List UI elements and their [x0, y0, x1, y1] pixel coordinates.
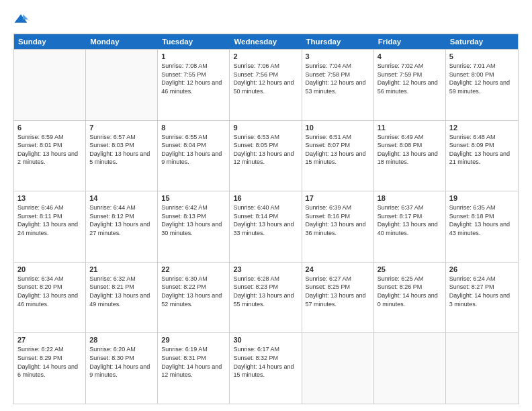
cell-text: Sunrise: 6:59 AM Sunset: 8:01 PM Dayligh…	[17, 133, 82, 167]
day-number: 13	[17, 194, 82, 202]
day-number: 2	[233, 52, 298, 60]
calendar-row: 1Sunrise: 7:08 AM Sunset: 7:55 PM Daylig…	[14, 49, 518, 120]
calendar-cell: 9Sunrise: 6:53 AM Sunset: 8:05 PM Daylig…	[230, 121, 302, 191]
logo	[13, 12, 31, 27]
cell-text: Sunrise: 7:02 AM Sunset: 7:59 PM Dayligh…	[378, 62, 442, 95]
cell-text: Sunrise: 6:20 AM Sunset: 8:30 PM Dayligh…	[89, 345, 154, 379]
weekday-header: Thursday	[302, 34, 374, 49]
calendar-row: 13Sunrise: 6:46 AM Sunset: 8:11 PM Dayli…	[14, 191, 518, 262]
cell-text: Sunrise: 6:49 AM Sunset: 8:08 PM Dayligh…	[378, 133, 442, 167]
cell-text: Sunrise: 6:37 AM Sunset: 8:17 PM Dayligh…	[378, 203, 442, 237]
cell-text: Sunrise: 6:28 AM Sunset: 8:23 PM Dayligh…	[233, 275, 298, 308]
cell-text: Sunrise: 6:35 AM Sunset: 8:18 PM Dayligh…	[449, 203, 515, 237]
calendar-cell	[302, 333, 374, 404]
calendar-cell: 16Sunrise: 6:40 AM Sunset: 8:14 PM Dayli…	[230, 191, 302, 262]
day-number: 9	[233, 124, 298, 132]
cell-text: Sunrise: 7:08 AM Sunset: 7:55 PM Dayligh…	[161, 62, 226, 95]
cell-text: Sunrise: 7:06 AM Sunset: 7:56 PM Dayligh…	[233, 62, 298, 95]
day-number: 24	[306, 265, 370, 273]
calendar: SundayMondayTuesdayWednesdayThursdayFrid…	[13, 34, 519, 404]
logo-icon	[13, 12, 28, 27]
calendar-body: 1Sunrise: 7:08 AM Sunset: 7:55 PM Daylig…	[14, 49, 518, 404]
day-number: 15	[161, 194, 226, 202]
day-number: 16	[233, 194, 298, 202]
day-number: 22	[161, 265, 226, 273]
day-number: 29	[161, 336, 226, 344]
calendar-cell: 20Sunrise: 6:34 AM Sunset: 8:20 PM Dayli…	[14, 263, 86, 333]
calendar-cell	[14, 50, 86, 120]
cell-text: Sunrise: 6:48 AM Sunset: 8:09 PM Dayligh…	[449, 133, 515, 167]
calendar-cell: 26Sunrise: 6:24 AM Sunset: 8:27 PM Dayli…	[446, 263, 518, 333]
day-number: 7	[89, 124, 154, 132]
calendar-cell: 22Sunrise: 6:30 AM Sunset: 8:22 PM Dayli…	[158, 263, 230, 333]
calendar-header: SundayMondayTuesdayWednesdayThursdayFrid…	[14, 34, 518, 49]
calendar-cell: 19Sunrise: 6:35 AM Sunset: 8:18 PM Dayli…	[446, 191, 518, 262]
calendar-cell: 18Sunrise: 6:37 AM Sunset: 8:17 PM Dayli…	[374, 191, 446, 262]
day-number: 18	[378, 194, 442, 202]
day-number: 30	[233, 336, 298, 344]
calendar-cell: 29Sunrise: 6:19 AM Sunset: 8:31 PM Dayli…	[158, 333, 230, 404]
calendar-cell: 2Sunrise: 7:06 AM Sunset: 7:56 PM Daylig…	[230, 50, 302, 120]
day-number: 1	[161, 52, 226, 60]
day-number: 12	[449, 124, 515, 132]
weekday-header: Saturday	[446, 34, 518, 49]
weekday-header: Sunday	[14, 34, 86, 49]
calendar-cell: 15Sunrise: 6:42 AM Sunset: 8:13 PM Dayli…	[158, 191, 230, 262]
weekday-header: Monday	[86, 34, 158, 49]
calendar-cell: 1Sunrise: 7:08 AM Sunset: 7:55 PM Daylig…	[158, 50, 230, 120]
calendar-cell: 13Sunrise: 6:46 AM Sunset: 8:11 PM Dayli…	[14, 191, 86, 262]
calendar-cell: 4Sunrise: 7:02 AM Sunset: 7:59 PM Daylig…	[374, 50, 446, 120]
calendar-cell: 3Sunrise: 7:04 AM Sunset: 7:58 PM Daylig…	[302, 50, 374, 120]
cell-text: Sunrise: 6:19 AM Sunset: 8:31 PM Dayligh…	[161, 345, 226, 379]
calendar-cell: 30Sunrise: 6:17 AM Sunset: 8:32 PM Dayli…	[230, 333, 302, 404]
cell-text: Sunrise: 6:42 AM Sunset: 8:13 PM Dayligh…	[161, 203, 226, 237]
cell-text: Sunrise: 6:30 AM Sunset: 8:22 PM Dayligh…	[161, 275, 226, 308]
day-number: 3	[306, 52, 370, 60]
cell-text: Sunrise: 6:51 AM Sunset: 8:07 PM Dayligh…	[306, 133, 370, 167]
weekday-header: Tuesday	[158, 34, 230, 49]
day-number: 27	[17, 336, 82, 344]
weekday-header: Wednesday	[230, 34, 302, 49]
header	[13, 12, 519, 27]
cell-text: Sunrise: 6:44 AM Sunset: 8:12 PM Dayligh…	[89, 203, 154, 237]
day-number: 26	[449, 265, 515, 273]
cell-text: Sunrise: 6:22 AM Sunset: 8:29 PM Dayligh…	[17, 345, 82, 379]
weekday-header: Friday	[374, 34, 446, 49]
cell-text: Sunrise: 6:39 AM Sunset: 8:16 PM Dayligh…	[306, 203, 370, 237]
calendar-cell: 8Sunrise: 6:55 AM Sunset: 8:04 PM Daylig…	[158, 121, 230, 191]
calendar-row: 6Sunrise: 6:59 AM Sunset: 8:01 PM Daylig…	[14, 120, 518, 191]
calendar-cell: 27Sunrise: 6:22 AM Sunset: 8:29 PM Dayli…	[14, 333, 86, 404]
cell-text: Sunrise: 6:55 AM Sunset: 8:04 PM Dayligh…	[161, 133, 226, 167]
cell-text: Sunrise: 6:40 AM Sunset: 8:14 PM Dayligh…	[233, 203, 298, 237]
day-number: 6	[17, 124, 82, 132]
cell-text: Sunrise: 6:32 AM Sunset: 8:21 PM Dayligh…	[89, 275, 154, 308]
day-number: 10	[306, 124, 370, 132]
cell-text: Sunrise: 6:25 AM Sunset: 8:26 PM Dayligh…	[378, 275, 442, 308]
calendar-cell: 17Sunrise: 6:39 AM Sunset: 8:16 PM Dayli…	[302, 191, 374, 262]
calendar-cell	[374, 333, 446, 404]
calendar-cell: 25Sunrise: 6:25 AM Sunset: 8:26 PM Dayli…	[374, 263, 446, 333]
calendar-row: 27Sunrise: 6:22 AM Sunset: 8:29 PM Dayli…	[14, 332, 518, 404]
calendar-cell: 21Sunrise: 6:32 AM Sunset: 8:21 PM Dayli…	[86, 263, 158, 333]
day-number: 19	[449, 194, 515, 202]
day-number: 20	[17, 265, 82, 273]
day-number: 28	[89, 336, 154, 344]
day-number: 8	[161, 124, 226, 132]
cell-text: Sunrise: 6:17 AM Sunset: 8:32 PM Dayligh…	[233, 345, 298, 379]
day-number: 25	[378, 265, 442, 273]
day-number: 4	[378, 52, 442, 60]
calendar-cell: 14Sunrise: 6:44 AM Sunset: 8:12 PM Dayli…	[86, 191, 158, 262]
day-number: 23	[233, 265, 298, 273]
cell-text: Sunrise: 6:27 AM Sunset: 8:25 PM Dayligh…	[306, 275, 370, 308]
calendar-cell: 5Sunrise: 7:01 AM Sunset: 8:00 PM Daylig…	[446, 50, 518, 120]
calendar-cell: 24Sunrise: 6:27 AM Sunset: 8:25 PM Dayli…	[302, 263, 374, 333]
cell-text: Sunrise: 6:57 AM Sunset: 8:03 PM Dayligh…	[89, 133, 154, 167]
calendar-cell: 10Sunrise: 6:51 AM Sunset: 8:07 PM Dayli…	[302, 121, 374, 191]
calendar-cell	[86, 50, 158, 120]
page: SundayMondayTuesdayWednesdayThursdayFrid…	[0, 0, 532, 411]
cell-text: Sunrise: 6:53 AM Sunset: 8:05 PM Dayligh…	[233, 133, 298, 167]
calendar-cell: 6Sunrise: 6:59 AM Sunset: 8:01 PM Daylig…	[14, 121, 86, 191]
calendar-cell: 11Sunrise: 6:49 AM Sunset: 8:08 PM Dayli…	[374, 121, 446, 191]
day-number: 11	[378, 124, 442, 132]
day-number: 21	[89, 265, 154, 273]
